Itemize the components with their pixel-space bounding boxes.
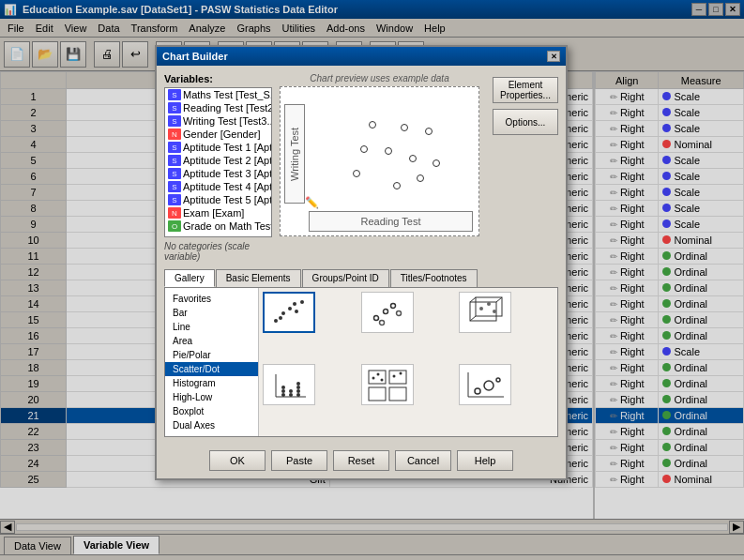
svg-point-43 (484, 381, 493, 390)
chart-preview-label: Chart preview uses example data (280, 73, 479, 83)
svg-point-39 (399, 372, 402, 375)
svg-point-26 (289, 389, 293, 393)
variable-label: Aptitude Test 5 [Apt5] (183, 194, 271, 205)
svg-rect-32 (389, 371, 406, 384)
chart-type-dual-axes[interactable]: Dual Axes (165, 418, 258, 432)
y-axis-label: Writing Test (284, 104, 305, 204)
variable-label: Aptitude Test 2 [Apt2] (183, 155, 271, 166)
chart-type-favorites[interactable]: Favorites (165, 292, 258, 306)
svg-point-38 (392, 375, 395, 378)
variable-item[interactable]: SMaths Test [Test_S... (165, 88, 271, 101)
chart-preview-container: Chart preview uses example data Writing … (280, 73, 479, 262)
help-button[interactable]: Help (457, 450, 513, 471)
variable-item[interactable]: NExam [Exam] (165, 206, 271, 219)
variable-label: Gender [Gender] (183, 129, 261, 140)
scatter-dot-4 (360, 145, 368, 153)
thumb-overlay-scatter[interactable] (361, 292, 414, 333)
gallery-content: Favorites Bar Line Area Pie/Polar Scatte… (164, 287, 558, 437)
svg-point-0 (274, 319, 278, 323)
variable-icon: S (168, 155, 181, 166)
thumb-matrix-scatter[interactable] (361, 364, 414, 405)
svg-point-17 (479, 307, 483, 310)
svg-line-14 (470, 297, 476, 302)
variable-item[interactable]: OGrade on Math Test... (165, 219, 271, 233)
svg-point-19 (493, 310, 496, 313)
ok-button[interactable]: OK (209, 450, 266, 471)
svg-point-8 (383, 310, 387, 314)
variable-icon: S (168, 181, 181, 192)
variable-item[interactable]: SAptitude Test 5 [Apt5] (165, 193, 271, 206)
gallery-tab-groups-point-id[interactable]: Groups/Point ID (302, 269, 389, 287)
chart-builder-dialog: Chart Builder ✕ Variables: SMaths Test [… (155, 45, 568, 480)
chart-type-line[interactable]: Line (165, 320, 258, 334)
variable-icon: S (168, 89, 181, 100)
variable-icon: S (168, 142, 181, 153)
variable-item[interactable]: SWriting Test [Test3... (165, 114, 271, 128)
svg-rect-34 (389, 387, 406, 401)
paste-button[interactable]: Paste (271, 450, 327, 471)
x-axis-label: Reading Test (309, 211, 473, 232)
svg-line-15 (496, 297, 502, 302)
scatter-dot-9 (417, 174, 424, 182)
3d-scatter-icon (463, 295, 508, 330)
svg-point-3 (293, 302, 296, 306)
svg-point-27 (296, 393, 300, 397)
dialog-close-button[interactable]: ✕ (547, 51, 560, 62)
thumb-dot-plot[interactable] (263, 364, 315, 405)
variable-item[interactable]: NGender [Gender] (165, 128, 271, 141)
variable-item[interactable]: SAptitude Test 3 [Apt3] (165, 167, 271, 180)
variable-label: Reading Test [Test2... (183, 102, 271, 114)
variable-label: Writing Test [Test3... (183, 115, 271, 127)
thumb-simple-scatter[interactable] (263, 292, 315, 333)
overlay-scatter-icon (365, 295, 410, 330)
variable-label: Aptitude Test 3 [Apt3] (183, 168, 271, 179)
variable-label: Grade on Math Test... (183, 220, 271, 232)
side-buttons: Element Properties... Options... (493, 73, 558, 262)
chart-type-bar[interactable]: Bar (165, 306, 258, 320)
dialog-title: Chart Builder (162, 51, 228, 62)
variable-item[interactable]: SReading Test [Test2... (165, 101, 271, 114)
svg-point-24 (281, 386, 285, 389)
variables-panel: Variables: SMaths Test [Test_S...SReadin… (164, 73, 272, 262)
scatter-dot-8 (353, 170, 360, 177)
svg-point-5 (279, 316, 282, 320)
gallery-tab-titles-footnotes[interactable]: Titles/Footnotes (390, 269, 478, 287)
svg-point-18 (487, 302, 491, 306)
cancel-button[interactable]: Cancel (395, 450, 451, 471)
thumb-bubble-chart[interactable] (459, 364, 511, 405)
svg-point-11 (379, 321, 384, 325)
dialog-body: Variables: SMaths Test [Test_S...SReadin… (157, 66, 566, 445)
thumb-3d-scatter[interactable] (459, 292, 511, 333)
chart-preview[interactable]: Writing Test (280, 86, 479, 236)
options-button[interactable]: Options... (493, 109, 558, 135)
svg-point-22 (281, 393, 285, 397)
chart-type-high-low[interactable]: High-Low (165, 390, 258, 404)
chart-type-boxplot[interactable]: Boxplot (165, 404, 258, 418)
svg-rect-33 (369, 387, 386, 401)
reset-button[interactable]: Reset (333, 450, 389, 471)
chart-type-histogram[interactable]: Histogram (165, 376, 258, 390)
gallery-tab-basic-elements[interactable]: Basic Elements (216, 269, 301, 287)
pencil-icon: ✏️ (305, 196, 319, 209)
chart-type-scatter-dot[interactable]: Scatter/Dot (165, 362, 258, 376)
chart-type-pie-polar[interactable]: Pie/Polar (165, 348, 258, 362)
dialog-footer: OK Paste Reset Cancel Help (157, 445, 566, 478)
svg-point-23 (281, 389, 285, 393)
variable-item[interactable]: SAptitude Test 1 [Apt1] (165, 141, 271, 154)
svg-line-16 (470, 316, 476, 321)
dialog-title-controls: ✕ (547, 51, 560, 62)
svg-point-30 (296, 382, 300, 386)
svg-point-37 (380, 379, 383, 382)
element-properties-button[interactable]: Element Properties... (493, 77, 558, 103)
variables-list[interactable]: SMaths Test [Test_S...SReading Test [Tes… (164, 87, 272, 237)
scatter-dot-7 (433, 159, 440, 167)
variable-item[interactable]: SAptitude Test 2 [Apt2] (165, 154, 271, 167)
variable-icon: N (168, 207, 181, 219)
variable-label: Maths Test [Test_S... (183, 89, 271, 100)
svg-point-9 (390, 304, 395, 309)
gallery-tab-gallery[interactable]: Gallery (164, 269, 215, 287)
variable-item[interactable]: SAptitude Test 4 [Apt4] (165, 180, 271, 193)
scatter-dot-1 (369, 121, 376, 129)
chart-type-area[interactable]: Area (165, 334, 258, 348)
svg-point-28 (296, 389, 300, 393)
